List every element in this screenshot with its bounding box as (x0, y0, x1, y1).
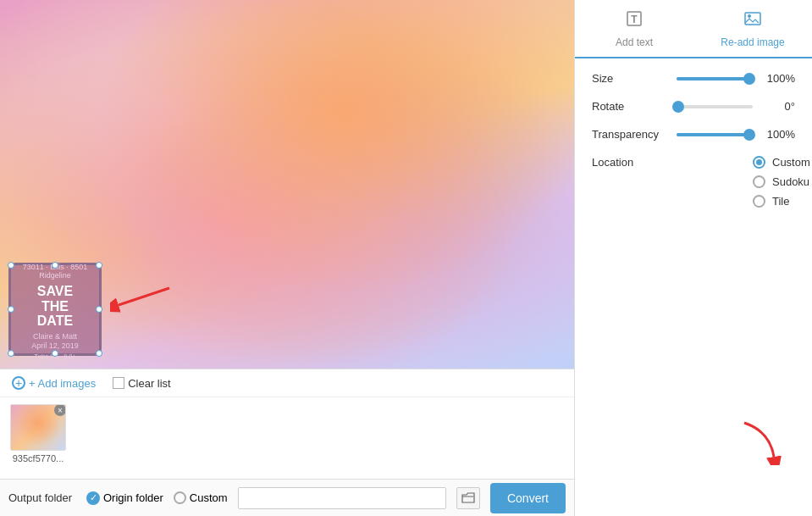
custom-radio (753, 156, 765, 169)
convert-button[interactable]: Convert (490, 483, 566, 513)
origin-folder-check-icon: ✓ (86, 491, 100, 505)
right-tabs: T Add text Re-add image (575, 0, 812, 58)
transparency-thumb[interactable] (743, 129, 755, 141)
right-panel: T Add text Re-add image (575, 0, 812, 516)
resize-handle-bl[interactable] (8, 350, 14, 357)
transparency-track (677, 133, 753, 136)
rotate-slider[interactable] (677, 105, 753, 108)
resize-handle-tm[interactable] (52, 262, 58, 269)
folder-icon (461, 492, 475, 504)
transparency-fill (677, 133, 749, 136)
custom-radio-fill (756, 159, 762, 165)
size-label: Size (592, 72, 668, 85)
main-area: 73011 · Ellis · 8501 Ridgeline SAVETHEDA… (0, 0, 812, 516)
location-options: Custom Sudoku Tile (753, 156, 810, 208)
output-footer: Output folder ✓ Origin folder Custom (0, 479, 574, 516)
arrow-indicator (110, 280, 178, 316)
red-arrow-svg (110, 280, 178, 313)
resize-handle-bm[interactable] (52, 350, 58, 357)
file-item: × 935cf5770... (8, 404, 68, 463)
size-row: Size 100% (592, 72, 795, 85)
add-text-icon: T (624, 8, 644, 33)
custom-radio-circle (174, 491, 186, 504)
svg-text:T: T (631, 14, 638, 25)
stamp-main-text: SAVETHEDATE (37, 284, 73, 329)
file-toolbar: + + Add images Clear list (0, 369, 574, 397)
size-fill (677, 77, 749, 80)
location-option-custom[interactable]: Custom (753, 156, 810, 169)
location-label: Location (592, 156, 668, 169)
readd-image-tab-label: Re-add image (721, 36, 784, 48)
location-option-tile[interactable]: Tile (753, 195, 810, 208)
transparency-value: 100% (761, 128, 795, 141)
custom-folder-option[interactable]: Custom (174, 491, 228, 504)
convert-label: Convert (507, 491, 549, 505)
sudoku-location-label: Sudoku (772, 175, 809, 188)
spacer (575, 301, 812, 516)
transparency-label: Transparency (592, 128, 668, 141)
readd-image-icon (743, 8, 763, 33)
tile-radio (753, 195, 765, 208)
svg-point-5 (748, 14, 751, 18)
watermark-stamp[interactable]: 73011 · Ellis · 8501 Ridgeline SAVETHEDA… (8, 263, 102, 356)
rotate-track (677, 105, 753, 108)
right-content: Size 100% Rotate (575, 58, 812, 301)
location-row: Location Custom Sudoku (592, 156, 795, 208)
rotate-thumb[interactable] (672, 101, 684, 113)
resize-handle-br[interactable] (96, 350, 102, 357)
file-name: 935cf5770... (8, 453, 68, 463)
resize-handle-tr[interactable] (96, 262, 102, 269)
app-container: 73011 · Ellis · 8501 Ridgeline SAVETHEDA… (0, 0, 812, 516)
convert-arrow-svg (736, 414, 787, 465)
origin-folder-label: Origin folder (103, 491, 163, 504)
custom-path-input[interactable] (238, 487, 446, 509)
custom-location-label: Custom (772, 156, 810, 169)
size-track (677, 77, 753, 80)
size-thumb[interactable] (743, 73, 755, 85)
add-images-label: + Add images (29, 377, 96, 390)
resize-handle-rm[interactable] (96, 306, 102, 313)
transparency-slider[interactable] (677, 133, 753, 136)
clear-list-label: Clear list (128, 377, 171, 390)
output-folder-label: Output folder (8, 491, 76, 504)
svg-line-1 (119, 288, 169, 305)
add-images-button[interactable]: + + Add images (8, 375, 99, 391)
tile-location-label: Tile (772, 195, 789, 208)
rotate-value: 0° (761, 100, 795, 113)
location-option-sudoku[interactable]: Sudoku (753, 175, 810, 188)
add-icon: + (12, 376, 25, 390)
custom-folder-label: Custom (190, 491, 228, 504)
sudoku-radio (753, 175, 765, 188)
rotate-row: Rotate 0° (592, 100, 795, 113)
size-slider[interactable] (677, 77, 753, 80)
origin-folder-option[interactable]: ✓ Origin folder (86, 491, 163, 505)
canvas-area: 73011 · Ellis · 8501 Ridgeline SAVETHEDA… (0, 0, 574, 369)
add-text-tab-label: Add text (616, 36, 653, 48)
file-thumbnail[interactable]: × (10, 404, 66, 451)
resize-handle-lm[interactable] (8, 306, 14, 313)
checkbox-icon (113, 377, 124, 389)
tab-readd-image[interactable]: Re-add image (693, 0, 812, 58)
transparency-row: Transparency 100% (592, 128, 795, 141)
browse-folder-button[interactable] (456, 487, 480, 509)
left-panel: 73011 · Ellis · 8501 Ridgeline SAVETHEDA… (0, 0, 575, 516)
resize-handle-tl[interactable] (8, 262, 14, 269)
file-list-area: + + Add images Clear list × 935cf5 (0, 369, 574, 479)
tab-add-text[interactable]: T Add text (575, 0, 693, 58)
rotate-label: Rotate (592, 100, 668, 113)
file-items: × 935cf5770... (0, 397, 574, 470)
size-value: 100% (761, 72, 795, 85)
clear-list-button[interactable]: Clear list (113, 377, 171, 390)
file-remove-button[interactable]: × (54, 404, 66, 416)
